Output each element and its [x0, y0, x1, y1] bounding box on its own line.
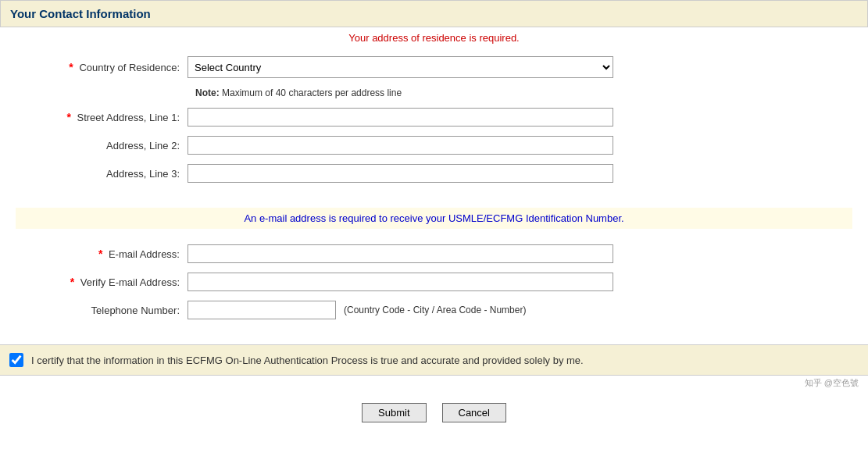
email-row: * E-mail Address: — [16, 244, 852, 263]
country-label: * Country of Residence: — [16, 61, 188, 73]
telephone-hint: (Country Code - City / Area Code - Numbe… — [344, 305, 526, 315]
country-select[interactable]: Select Country United States Canada Unit… — [188, 56, 613, 78]
form-area: * Country of Residence: Select Country U… — [0, 48, 868, 337]
telephone-label: Telephone Number: — [16, 305, 188, 316]
country-required-star: * — [69, 61, 73, 73]
button-row: Submit Cancel — [0, 390, 868, 435]
verify-email-required-star: * — [70, 276, 74, 288]
address3-input[interactable] — [188, 164, 613, 183]
note-text: Note: Maximum of 40 characters per addre… — [195, 87, 852, 98]
page-title: Your Contact Information — [10, 7, 858, 20]
telephone-row: Telephone Number: (Country Code - City /… — [16, 301, 852, 319]
address3-row: Address, Line 3: — [16, 164, 852, 183]
certify-checkbox[interactable] — [9, 353, 23, 367]
section-header: Your Contact Information — [0, 0, 868, 27]
country-row: * Country of Residence: Select Country U… — [16, 56, 852, 78]
email-required-notice: An e-mail address is required to receive… — [16, 208, 852, 229]
email-label: * E-mail Address: — [16, 248, 188, 260]
cancel-button[interactable]: Cancel — [442, 403, 506, 422]
address3-label: Address, Line 3: — [16, 168, 188, 180]
submit-button[interactable]: Submit — [362, 403, 426, 422]
street-required-star: * — [66, 111, 70, 123]
street-address-input[interactable] — [188, 108, 613, 127]
street-address-row: * Street Address, Line 1: — [16, 108, 852, 127]
address2-label: Address, Line 2: — [16, 140, 188, 151]
page-wrapper: Your Contact Information Your address of… — [0, 0, 868, 474]
certify-label: I certify that the information in this E… — [31, 355, 584, 366]
certify-row: I certify that the information in this E… — [0, 344, 868, 376]
address-required-notice: Your address of residence is required. — [0, 27, 868, 48]
spacer2 — [16, 229, 852, 244]
spacer1 — [16, 192, 852, 208]
email-input[interactable] — [188, 244, 613, 263]
verify-email-row: * Verify E-mail Address: — [16, 273, 852, 291]
address2-row: Address, Line 2: — [16, 136, 852, 155]
address2-input[interactable] — [188, 136, 613, 155]
street-label: * Street Address, Line 1: — [16, 111, 188, 123]
email-required-star: * — [98, 248, 102, 260]
verify-email-label: * Verify E-mail Address: — [16, 276, 188, 288]
watermark: 知乎 @空色號 — [0, 376, 868, 390]
verify-email-input[interactable] — [188, 273, 613, 291]
telephone-input[interactable] — [188, 301, 336, 319]
